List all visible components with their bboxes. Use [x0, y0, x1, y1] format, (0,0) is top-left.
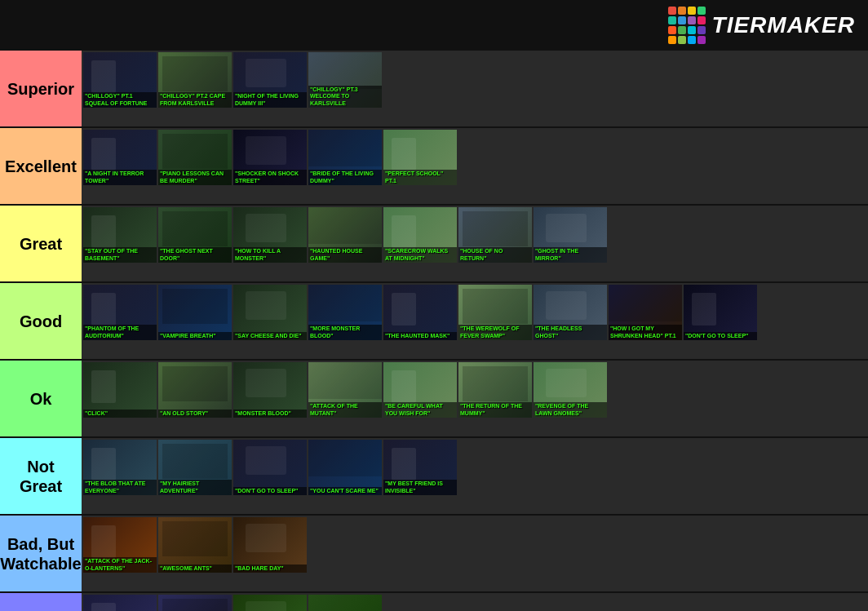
- tier-item[interactable]: "CHILLOGY" PT.3 WELCOME TO KARLSVILLE: [308, 52, 382, 108]
- item-title: "MORE MONSTER BLOOD": [308, 325, 382, 340]
- item-title: "THE RETURN OF THE MUMMY": [458, 402, 532, 418]
- item-title: "STAY OUT OF THE BASEMENT": [83, 247, 157, 263]
- tier-label-bad: Bad, But Watchable: [0, 516, 82, 591]
- tier-item[interactable]: "BRIDE OF THE LIVING DUMMY": [308, 130, 382, 185]
- tier-items-ok: "CLICK""AN OLD STORY""MONSTER BLOOD""ATT…: [82, 361, 868, 436]
- tier-item[interactable]: "HOW I GOT MY SHRUNKEN HEAD" PT.1: [609, 285, 682, 340]
- tier-items-bad: "ATTACK OF THE JACK-O-LANTERNS""AWESOME …: [82, 516, 868, 591]
- item-title: "CHILLOGY" PT.2 CAPE FROM KARLSVILLE: [158, 92, 232, 108]
- tier-item[interactable]: "THE HEADLESS GHOST": [534, 285, 607, 340]
- tier-item[interactable]: "AN OLD STORY": [158, 362, 232, 418]
- item-title: "GHOST IN THE MIRROR": [534, 247, 607, 263]
- tier-item[interactable]: "CHILLOGY" PT.1 SQUEAL OF FORTUNE: [83, 52, 157, 108]
- tier-item[interactable]: "LET'S GET INVISIBLE": [158, 595, 232, 611]
- item-title: "HAUNTED HOUSE GAME": [308, 247, 382, 263]
- tier-item[interactable]: "PIANO LESSONS CAN BE MURDER": [158, 130, 232, 185]
- header: TiERMAKER: [0, 0, 868, 51]
- tier-label-great: Great: [0, 206, 82, 281]
- tier-item[interactable]: "DR. MANIAC VS ROBBY SCHWARTZ": [308, 595, 382, 611]
- tier-item[interactable]: "SAY CHEESE AND DIE": [233, 285, 307, 340]
- tier-item[interactable]: "CALLING ALL CREEPS": [233, 595, 307, 611]
- item-title: "CHILLOGY" PT.3 WELCOME TO KARLSVILLE: [308, 86, 382, 108]
- tier-label-superior: Superior: [0, 51, 82, 126]
- tier-item[interactable]: "MY BEST FRIEND IS INVISIBLE": [383, 440, 457, 495]
- tier-item[interactable]: "MONSTER BLOOD": [233, 362, 307, 418]
- item-title: "PHANTOM OF THE AUDITORIUM": [83, 325, 157, 340]
- tier-item[interactable]: "STAY OUT OF THE BASEMENT": [83, 207, 157, 263]
- tier-list: Superior"CHILLOGY" PT.1 SQUEAL OF FORTUN…: [0, 51, 868, 611]
- item-title: "HOW TO KILL A MONSTER": [233, 247, 307, 263]
- item-title: "AWESOME ANTS": [158, 565, 232, 573]
- tier-item[interactable]: "A NIGHT IN TERROR TOWER": [83, 130, 157, 185]
- item-title: "A NIGHT IN TERROR TOWER": [83, 170, 157, 185]
- tiermaker-logo: TiERMAKER: [668, 7, 855, 44]
- tier-item[interactable]: "THE RETURN OF THE MUMMY": [458, 362, 532, 418]
- tier-item[interactable]: "BAD HARE DAY": [233, 517, 307, 573]
- tier-label-excellent: Excellent: [0, 128, 82, 204]
- item-title: "CHILLOGY" PT.1 SQUEAL OF FORTUNE: [83, 92, 157, 108]
- tier-row-notgreat: Not Great"THE BLOB THAT ATE EVERYONE""MY…: [0, 438, 868, 516]
- tier-item[interactable]: "HOW TO KILL A MONSTER": [233, 207, 307, 263]
- tier-item[interactable]: "AWESOME ANTS": [158, 517, 232, 573]
- tier-label-garbage: Garbage: [0, 593, 82, 611]
- tier-item[interactable]: "CLICK": [83, 362, 157, 418]
- tier-row-garbage: Garbage"HAUNTED MASK II""LET'S GET INVIS…: [0, 593, 868, 611]
- tier-item[interactable]: "THE WEREWOLF OF FEVER SWAMP": [458, 285, 532, 340]
- tier-item[interactable]: "ATTACK OF THE MUTANT": [308, 362, 382, 418]
- tier-item[interactable]: "HOUSE OF NO RETURN": [458, 207, 532, 263]
- item-title: "REVENGE OF THE LAWN GNOMES": [534, 402, 607, 418]
- item-title: "MY HAIRIEST ADVENTURE": [158, 480, 232, 495]
- tier-label-good: Good: [0, 283, 82, 359]
- tier-item[interactable]: "NIGHT OF THE LIVING DUMMY III": [233, 52, 307, 108]
- item-title: "HOUSE OF NO RETURN": [458, 247, 532, 263]
- tier-item[interactable]: "BE CAREFUL WHAT YOU WISH FOR": [383, 362, 457, 418]
- tier-item[interactable]: "MY HAIRIEST ADVENTURE": [158, 440, 232, 495]
- tier-item[interactable]: "THE BLOB THAT ATE EVERYONE": [83, 440, 157, 495]
- tier-row-bad: Bad, But Watchable"ATTACK OF THE JACK-O-…: [0, 516, 868, 593]
- logo-text: TiERMAKER: [712, 12, 855, 38]
- item-title: "MONSTER BLOOD": [233, 410, 307, 418]
- tier-item[interactable]: "HAUNTED HOUSE GAME": [308, 207, 382, 263]
- item-title: "DON'T GO TO SLEEP": [233, 487, 307, 495]
- tier-item[interactable]: "GHOST IN THE MIRROR": [534, 207, 607, 263]
- tier-item[interactable]: "CHILLOGY" PT.2 CAPE FROM KARLSVILLE: [158, 52, 232, 108]
- tier-item[interactable]: "SCARECROW WALKS AT MIDNIGHT": [383, 207, 457, 263]
- tier-item[interactable]: "VAMPIRE BREATH": [158, 285, 232, 340]
- tier-row-great: Great"STAY OUT OF THE BASEMENT""THE GHOS…: [0, 206, 868, 283]
- item-title: "HOW I GOT MY SHRUNKEN HEAD" PT.1: [609, 325, 682, 340]
- item-title: "SHOCKER ON SHOCK STREET": [233, 170, 307, 185]
- item-title: "THE BLOB THAT ATE EVERYONE": [83, 480, 157, 495]
- item-title: "THE HEADLESS GHOST": [534, 325, 607, 340]
- tier-items-good: "PHANTOM OF THE AUDITORIUM""VAMPIRE BREA…: [82, 283, 868, 359]
- tier-item[interactable]: "PHANTOM OF THE AUDITORIUM": [83, 285, 157, 340]
- tier-label-notgreat: Not Great: [0, 438, 82, 514]
- tier-item[interactable]: "THE HAUNTED MASK": [383, 285, 457, 340]
- tier-item[interactable]: "DON'T GO TO SLEEP": [684, 285, 757, 340]
- tier-label-ok: Ok: [0, 361, 82, 436]
- item-title: "ATTACK OF THE JACK-O-LANTERNS": [83, 557, 157, 573]
- tier-items-superior: "CHILLOGY" PT.1 SQUEAL OF FORTUNE"CHILLO…: [82, 51, 868, 126]
- tier-row-superior: Superior"CHILLOGY" PT.1 SQUEAL OF FORTUN…: [0, 51, 868, 128]
- item-title: "YOU CAN'T SCARE ME": [308, 487, 382, 495]
- tier-item[interactable]: "DON'T GO TO SLEEP": [233, 440, 307, 495]
- tier-item[interactable]: "THE GHOST NEXT DOOR": [158, 207, 232, 263]
- tier-row-ok: Ok"CLICK""AN OLD STORY""MONSTER BLOOD""A…: [0, 361, 868, 438]
- item-title: "MY BEST FRIEND IS INVISIBLE": [383, 480, 457, 495]
- tier-item[interactable]: "MORE MONSTER BLOOD": [308, 285, 382, 340]
- item-title: "VAMPIRE BREATH": [158, 332, 232, 340]
- tier-item[interactable]: "SHOCKER ON SHOCK STREET": [233, 130, 307, 185]
- tier-item[interactable]: "YOU CAN'T SCARE ME": [308, 440, 382, 495]
- item-title: "THE HAUNTED MASK": [383, 332, 457, 340]
- item-title: "SCARECROW WALKS AT MIDNIGHT": [383, 247, 457, 263]
- item-title: "THE GHOST NEXT DOOR": [158, 247, 232, 263]
- tier-item[interactable]: "HAUNTED MASK II": [83, 595, 157, 611]
- tier-item[interactable]: "ATTACK OF THE JACK-O-LANTERNS": [83, 517, 157, 573]
- tier-item[interactable]: "PERFECT SCHOOL" PT.1: [383, 130, 457, 185]
- logo-grid-icon: [668, 7, 706, 44]
- item-title: "ATTACK OF THE MUTANT": [308, 402, 382, 418]
- item-title: "CLICK": [83, 410, 157, 418]
- item-title: "BE CAREFUL WHAT YOU WISH FOR": [383, 402, 457, 418]
- tier-item[interactable]: "REVENGE OF THE LAWN GNOMES": [534, 362, 607, 418]
- item-title: "BRIDE OF THE LIVING DUMMY": [308, 170, 382, 185]
- item-title: "NIGHT OF THE LIVING DUMMY III": [233, 92, 307, 108]
